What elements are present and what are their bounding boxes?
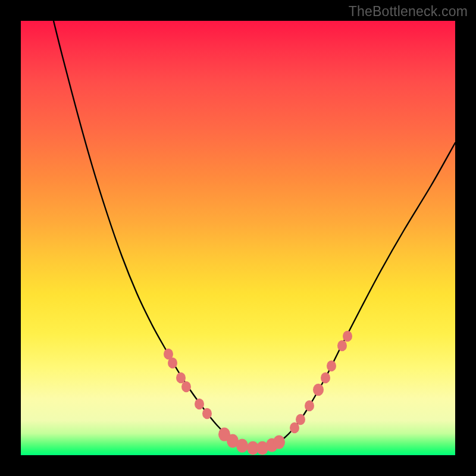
curve-marker (273, 436, 285, 449)
curve-marker (195, 399, 204, 409)
curve-marker (176, 372, 186, 383)
curve-marker (181, 381, 191, 392)
curve-marker (296, 414, 305, 425)
curve-marker (321, 372, 330, 383)
curve-marker (327, 361, 336, 371)
chart-stage: TheBottleneck.com (0, 0, 476, 476)
chart-overlay (21, 21, 455, 455)
curve-marker (337, 340, 347, 351)
curve-marker (236, 439, 248, 453)
curve-marker (313, 384, 324, 396)
plot-area (21, 21, 455, 455)
curve-marker (343, 331, 352, 342)
bottleneck-curve (54, 21, 455, 449)
watermark-text: TheBottleneck.com (349, 4, 468, 20)
curve-marker (202, 408, 212, 419)
curve-marker (305, 400, 314, 411)
curve-marker (168, 358, 177, 368)
